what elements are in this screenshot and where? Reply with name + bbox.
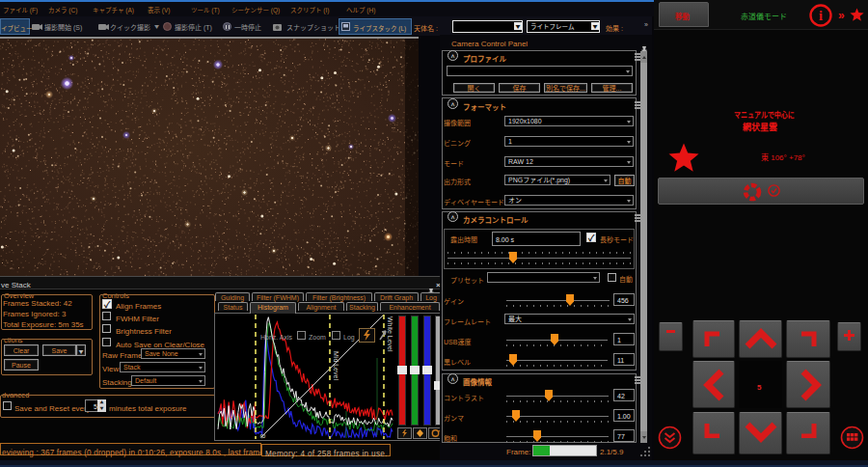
- svg-text:Black Level: Black Level: [259, 434, 266, 439]
- svg-text:i: i: [819, 9, 823, 23]
- svg-text:Mid Level: Mid Level: [333, 351, 339, 380]
